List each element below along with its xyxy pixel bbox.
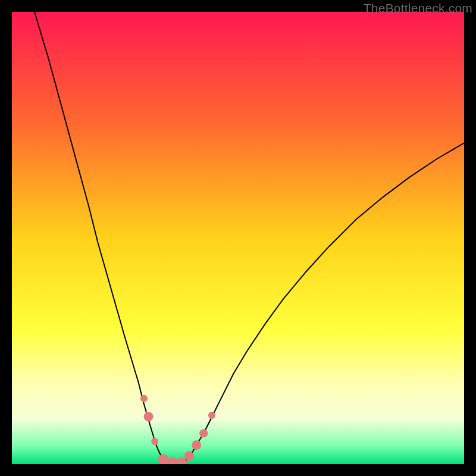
marker-point [184, 451, 194, 461]
watermark-text: TheBottleneck.com [364, 1, 472, 15]
gradient-background [12, 12, 464, 464]
chart-svg [12, 12, 464, 464]
chart-frame [12, 12, 464, 464]
marker-point [199, 429, 208, 437]
marker-point [144, 412, 154, 421]
marker-point [192, 440, 201, 450]
marker-point [140, 395, 148, 402]
marker-point [208, 412, 215, 419]
marker-point [151, 438, 158, 445]
